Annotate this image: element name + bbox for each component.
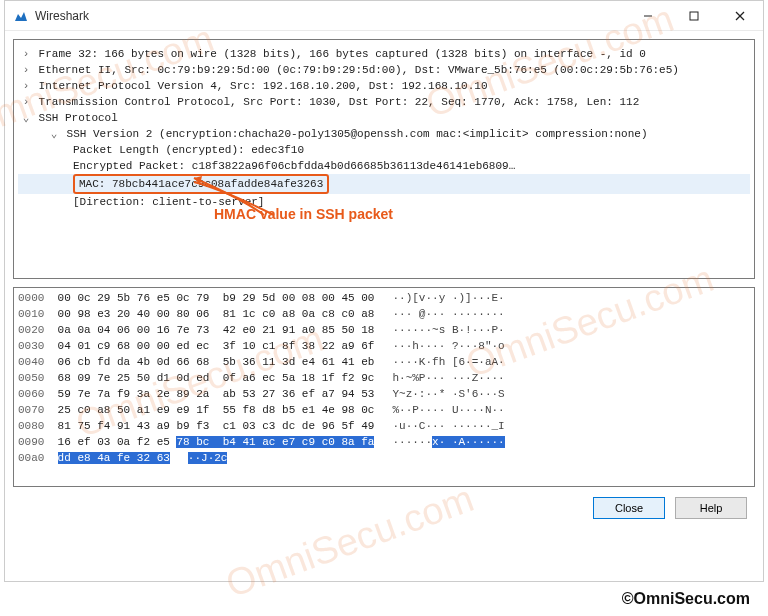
- wireshark-window: Wireshark › Frame 32: 166 bytes on wire …: [4, 0, 764, 582]
- close-button[interactable]: Close: [593, 497, 665, 519]
- copyright-text: ©OmniSecu.com: [0, 586, 768, 608]
- hex-ascii: ······~s B·!···P·: [374, 324, 504, 336]
- content-area: › Frame 32: 166 bytes on wire (1328 bits…: [5, 31, 763, 581]
- hex-offset: 0070: [18, 404, 58, 416]
- hex-bytes: 16 ef 03 0a f2 e5: [58, 436, 177, 448]
- tree-node-ethernet[interactable]: › Ethernet II, Src: 0c:79:b9:29:5d:00 (0…: [18, 62, 750, 78]
- hex-ascii-selected: ··J·2c: [188, 452, 228, 464]
- hex-offset: 0020: [18, 324, 58, 336]
- hex-bytes-selected: dd e8 4a fe 32 63: [58, 452, 170, 464]
- hex-row[interactable]: 0010 00 98 e3 20 40 00 80 06 81 1c c0 a8…: [18, 306, 750, 322]
- hex-ascii: %··P···· U····N··: [374, 404, 504, 416]
- hex-ascii: ······x· ·A······: [374, 436, 504, 448]
- hex-offset: 0010: [18, 308, 58, 320]
- tree-label: Frame 32: 166 bytes on wire (1328 bits),…: [39, 48, 646, 60]
- tree-node-encrypted-packet[interactable]: Encrypted Packet: c18f3822a96f06cbfdda4b…: [18, 158, 750, 174]
- window-title: Wireshark: [35, 9, 625, 23]
- minimize-button[interactable]: [625, 1, 671, 31]
- expand-icon[interactable]: ›: [20, 78, 32, 94]
- hex-bytes: 00 0c 29 5b 76 e5 0c 79 b9 29 5d 00 08 0…: [58, 292, 375, 304]
- expand-icon[interactable]: ›: [20, 46, 32, 62]
- hex-offset: 0030: [18, 340, 58, 352]
- help-button[interactable]: Help: [675, 497, 747, 519]
- collapse-icon[interactable]: ⌄: [20, 110, 32, 126]
- hex-bytes: 81 75 f4 91 43 a9 b9 f3 c1 03 c3 dc de 9…: [58, 420, 375, 432]
- hex-row[interactable]: 0050 68 09 7e 25 50 d1 0d ed 0f a6 ec 5a…: [18, 370, 750, 386]
- tree-label: SSH Protocol: [39, 112, 118, 124]
- hex-ascii: ··J·2c: [170, 452, 228, 464]
- hex-row[interactable]: 0030 04 01 c9 68 00 00 ed ec 3f 10 c1 8f…: [18, 338, 750, 354]
- hex-ascii: ····K·fh [6·=·aA·: [374, 356, 504, 368]
- hex-bytes: 0a 0a 04 06 00 16 7e 73 42 e0 21 91 a0 8…: [58, 324, 375, 336]
- tree-label: SSH Version 2 (encryption:chacha20-poly1…: [67, 128, 648, 140]
- tree-node-sshv2[interactable]: ⌄ SSH Version 2 (encryption:chacha20-pol…: [18, 126, 750, 142]
- hex-offset: 0000: [18, 292, 58, 304]
- hex-ascii: ··)[v··y ·)]···E·: [374, 292, 504, 304]
- close-window-button[interactable]: [717, 1, 763, 31]
- packet-bytes-hex[interactable]: 0000 00 0c 29 5b 76 e5 0c 79 b9 29 5d 00…: [13, 287, 755, 487]
- svg-rect-1: [690, 12, 698, 20]
- button-row: Close Help: [13, 487, 755, 519]
- hex-ascii: h·~%P··· ···Z····: [374, 372, 504, 384]
- maximize-button[interactable]: [671, 1, 717, 31]
- titlebar: Wireshark: [5, 1, 763, 31]
- tree-node-packet-length[interactable]: Packet Length (encrypted): edec3f10: [18, 142, 750, 158]
- hex-bytes: 59 7e 7a f9 3a 2e 89 2a ab 53 27 36 ef a…: [58, 388, 375, 400]
- hex-ascii: ·u··C··· ······_I: [374, 420, 504, 432]
- hex-row[interactable]: 00a0 dd e8 4a fe 32 63··J·2c: [18, 450, 750, 466]
- tree-label: Internet Protocol Version 4, Src: 192.16…: [39, 80, 488, 92]
- hex-row[interactable]: 0060 59 7e 7a f9 3a 2e 89 2a ab 53 27 36…: [18, 386, 750, 402]
- tree-node-ssh[interactable]: ⌄ SSH Protocol: [18, 110, 750, 126]
- tree-label: Packet Length (encrypted): edec3f10: [73, 144, 304, 156]
- wireshark-icon: [13, 8, 29, 24]
- tree-label: Ethernet II, Src: 0c:79:b9:29:5d:00 (0c:…: [39, 64, 679, 76]
- mac-value: MAC: 78bcb441ace7c9c08afadde84afe3263: [73, 174, 329, 194]
- hex-bytes: 06 cb fd da 4b 0d 66 68 5b 36 11 3d e4 6…: [58, 356, 375, 368]
- tree-label: Encrypted Packet: c18f3822a96f06cbfdda4b…: [73, 160, 515, 172]
- hex-offset: 0080: [18, 420, 58, 432]
- hex-row[interactable]: 0040 06 cb fd da 4b 0d 66 68 5b 36 11 3d…: [18, 354, 750, 370]
- tree-node-mac[interactable]: MAC: 78bcb441ace7c9c08afadde84afe3263: [18, 174, 750, 194]
- hex-bytes: 04 01 c9 68 00 00 ed ec 3f 10 c1 8f 38 2…: [58, 340, 375, 352]
- packet-details-tree[interactable]: › Frame 32: 166 bytes on wire (1328 bits…: [13, 39, 755, 279]
- hex-offset: 00a0: [18, 452, 58, 464]
- hex-offset: 0050: [18, 372, 58, 384]
- hex-offset: 0040: [18, 356, 58, 368]
- hex-row[interactable]: 0000 00 0c 29 5b 76 e5 0c 79 b9 29 5d 00…: [18, 290, 750, 306]
- hex-row[interactable]: 0020 0a 0a 04 06 00 16 7e 73 42 e0 21 91…: [18, 322, 750, 338]
- tree-node-tcp[interactable]: › Transmission Control Protocol, Src Por…: [18, 94, 750, 110]
- hex-bytes: 25 c0 a8 50 a1 e9 e9 1f 55 f8 d8 b5 e1 4…: [58, 404, 375, 416]
- hex-row[interactable]: 0070 25 c0 a8 50 a1 e9 e9 1f 55 f8 d8 b5…: [18, 402, 750, 418]
- collapse-icon[interactable]: ⌄: [48, 126, 60, 142]
- expand-icon[interactable]: ›: [20, 62, 32, 78]
- hex-bytes: 68 09 7e 25 50 d1 0d ed 0f a6 ec 5a 18 1…: [58, 372, 375, 384]
- tree-label: [Direction: client-to-server]: [73, 196, 264, 208]
- tree-node-direction[interactable]: [Direction: client-to-server]: [18, 194, 750, 210]
- hex-ascii: Y~z·:··* ·S'6···S: [374, 388, 504, 400]
- hex-bytes: 00 98 e3 20 40 00 80 06 81 1c c0 a8 0a c…: [58, 308, 375, 320]
- tree-node-ip[interactable]: › Internet Protocol Version 4, Src: 192.…: [18, 78, 750, 94]
- tree-node-frame[interactable]: › Frame 32: 166 bytes on wire (1328 bits…: [18, 46, 750, 62]
- hex-ascii: ···h···· ?···8"·o: [374, 340, 504, 352]
- expand-icon[interactable]: ›: [20, 94, 32, 110]
- hex-ascii-selected: x· ·A······: [432, 436, 505, 448]
- hex-offset: 0090: [18, 436, 58, 448]
- hex-row[interactable]: 0080 81 75 f4 91 43 a9 b9 f3 c1 03 c3 dc…: [18, 418, 750, 434]
- hex-bytes-selected: 78 bc b4 41 ac e7 c9 c0 8a fa: [176, 436, 374, 448]
- hex-offset: 0060: [18, 388, 58, 400]
- hex-row[interactable]: 0090 16 ef 03 0a f2 e5 78 bc b4 41 ac e7…: [18, 434, 750, 450]
- hex-ascii: ··· @··· ········: [374, 308, 504, 320]
- tree-label: Transmission Control Protocol, Src Port:…: [39, 96, 640, 108]
